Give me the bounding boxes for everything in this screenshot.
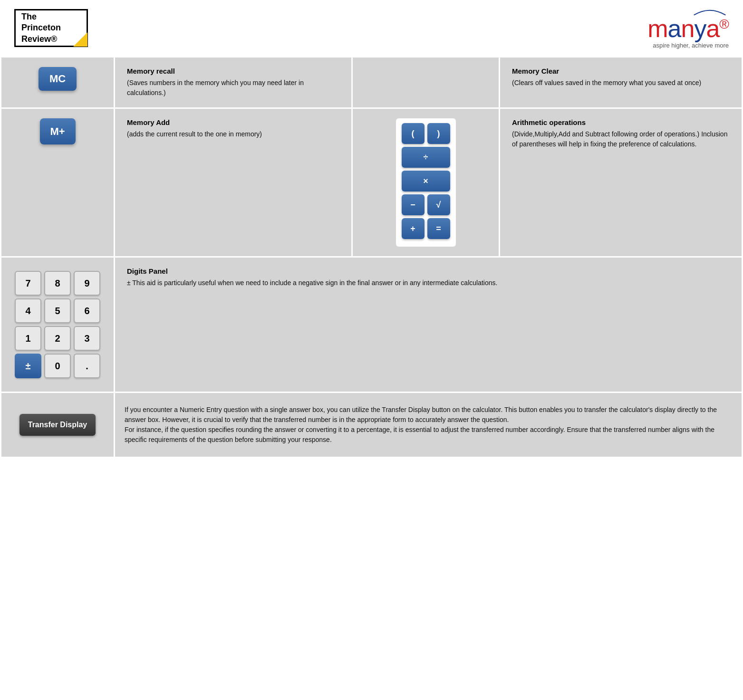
mplus-button[interactable]: M+ <box>40 118 76 144</box>
arithmetic-panel-cell: ( ) ÷ × − √ + = <box>352 108 500 257</box>
digits-panel-description-cell: Digits Panel ± This aid is particularly … <box>115 257 743 393</box>
close-paren-button[interactable]: ) <box>427 123 450 144</box>
transfer-display-description-cell: If you encounter a Numeric Entry questio… <box>115 393 743 458</box>
row-transfer: Transfer Display If you encounter a Nume… <box>1 393 743 458</box>
divide-button[interactable]: ÷ <box>402 147 450 168</box>
memory-add-title: Memory Add <box>127 118 339 126</box>
arithmetic-buttons-panel: ( ) ÷ × − √ + = <box>396 118 456 247</box>
memory-add-text: (adds the current result to the one in m… <box>127 129 339 139</box>
arithmetic-operations-text: (Divide,Multiply,Add and Subtract follow… <box>512 129 730 149</box>
memory-clear-description: Memory Clear (Clears off values saved in… <box>500 57 743 108</box>
plus-button[interactable]: + <box>402 218 425 239</box>
sqrt-button[interactable]: √ <box>427 194 450 215</box>
transfer-display-button[interactable]: Transfer Display <box>19 414 96 436</box>
plus-minus-button[interactable]: ± <box>15 354 41 378</box>
page-header: The Princeton Review® manya® aspire high… <box>0 0 743 56</box>
digit-7-button[interactable]: 7 <box>15 271 41 296</box>
digits-panel-text: ± This aid is particularly useful when w… <box>127 278 730 288</box>
mc-button-cell: MC <box>1 57 115 108</box>
arith-row-divide: ÷ <box>402 147 450 168</box>
digit-5-button[interactable]: 5 <box>44 298 71 323</box>
row-memory-add: M+ Memory Add (adds the current result t… <box>1 108 743 257</box>
arith-row-minus-sqrt: − √ <box>402 194 450 215</box>
equals-button[interactable]: = <box>427 218 450 239</box>
mc-visual-cell <box>352 57 500 108</box>
digit-8-button[interactable]: 8 <box>44 271 71 296</box>
princeton-review-logo: The Princeton Review® <box>14 9 88 47</box>
memory-recall-title: Memory recall <box>127 67 339 75</box>
manya-logo: manya® aspire higher, achieve more <box>647 7 729 49</box>
arithmetic-operations-title: Arithmetic operations <box>512 118 730 126</box>
digit-0-button[interactable]: 0 <box>44 354 71 378</box>
memory-recall-text: (Saves numbers in the memory which you m… <box>127 78 339 98</box>
digit-1-button[interactable]: 1 <box>15 326 41 351</box>
arith-row-parens: ( ) <box>402 123 450 144</box>
transfer-display-button-cell: Transfer Display <box>1 393 115 458</box>
minus-button[interactable]: − <box>402 194 425 215</box>
memory-clear-text: (Clears off values saved in the memory w… <box>512 78 730 88</box>
mplus-button-cell: M+ <box>1 108 115 257</box>
digits-panel-title: Digits Panel <box>127 267 730 275</box>
mc-button[interactable]: MC <box>39 67 77 91</box>
digit-6-button[interactable]: 6 <box>74 298 100 323</box>
princeton-logo-text: The Princeton Review® <box>21 11 61 45</box>
arith-row-multiply: × <box>402 171 450 192</box>
manya-brand-text: manya® <box>647 16 729 41</box>
content-table: MC Memory recall (Saves numbers in the m… <box>0 56 743 458</box>
row-memory-recall: MC Memory recall (Saves numbers in the m… <box>1 57 743 108</box>
memory-add-description: Memory Add (adds the current result to t… <box>115 108 352 257</box>
digit-4-button[interactable]: 4 <box>15 298 41 323</box>
arithmetic-operations-description: Arithmetic operations (Divide,Multiply,A… <box>500 108 743 257</box>
digit-9-button[interactable]: 9 <box>74 271 100 296</box>
open-paren-button[interactable]: ( <box>402 123 425 144</box>
manya-tagline-text: aspire higher, achieve more <box>647 42 729 49</box>
digit-3-button[interactable]: 3 <box>74 326 100 351</box>
digits-panel: 7 8 9 4 5 6 1 2 3 ± 0 . <box>11 267 104 382</box>
memory-clear-title: Memory Clear <box>512 67 730 75</box>
arith-row-plus-equals: + = <box>402 218 450 239</box>
digit-2-button[interactable]: 2 <box>44 326 71 351</box>
multiply-button[interactable]: × <box>402 171 450 192</box>
row-digits: 7 8 9 4 5 6 1 2 3 ± 0 . Digits Panel ± T… <box>1 257 743 393</box>
digits-panel-cell: 7 8 9 4 5 6 1 2 3 ± 0 . <box>1 257 115 393</box>
decimal-button[interactable]: . <box>74 354 100 378</box>
transfer-display-text: If you encounter a Numeric Entry questio… <box>125 405 732 445</box>
memory-recall-description: Memory recall (Saves numbers in the memo… <box>115 57 352 108</box>
